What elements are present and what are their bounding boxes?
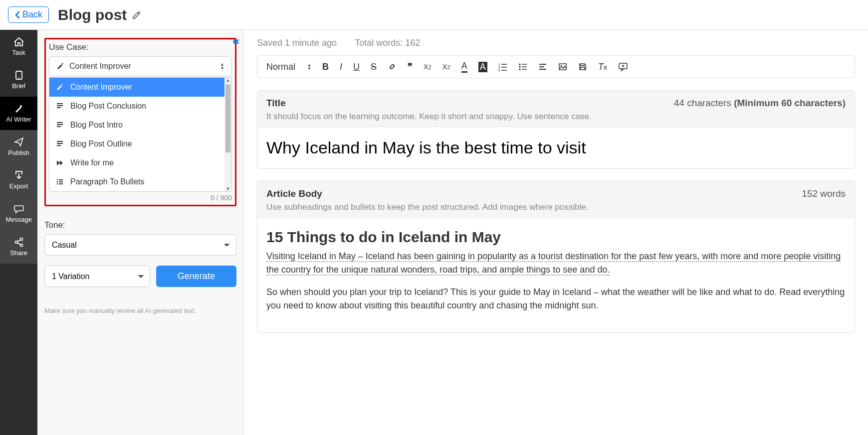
title-input[interactable] xyxy=(266,138,846,157)
use-case-option-paragraph-bullets[interactable]: Paragraph To Bullets xyxy=(49,172,225,191)
generate-button[interactable]: Generate xyxy=(156,266,236,287)
option-label: Paragraph To Bullets xyxy=(70,177,144,186)
home-icon xyxy=(13,37,24,47)
lines-icon xyxy=(56,122,64,129)
settings-panel: ‹‹‹ Use Case: Content Improver ▲▼ Conten… xyxy=(37,30,244,435)
title-char-count: 44 characters (Minimum 60 characters) xyxy=(674,98,846,109)
body-heading: Article Body xyxy=(266,188,322,199)
strikethrough-icon[interactable]: S xyxy=(371,62,377,72)
use-case-option-write-for-me[interactable]: Write for me xyxy=(49,153,225,172)
use-case-option-conclusion[interactable]: Blog Post Conclusion xyxy=(49,97,225,116)
saved-status: Saved 1 minute ago xyxy=(257,38,337,48)
text-color-icon[interactable]: A xyxy=(461,61,467,73)
use-case-dropdown: Content Improver Blog Post Conclusion Bl… xyxy=(49,77,232,192)
sidebar-label: Brief xyxy=(12,82,25,90)
use-case-option-outline[interactable]: Blog Post Outline xyxy=(49,135,225,153)
use-case-select[interactable]: Content Improver ▲▼ xyxy=(49,56,232,76)
svg-point-5 xyxy=(57,179,58,181)
align-icon[interactable] xyxy=(538,62,547,71)
lines-icon xyxy=(56,103,64,110)
sidebar-item-brief[interactable]: Brief xyxy=(0,63,37,97)
sidebar-item-export[interactable]: Export xyxy=(0,163,37,197)
sidebar-label: Export xyxy=(9,182,28,190)
forward-icon xyxy=(56,159,64,166)
title-hint: It should focus on the learning outcome.… xyxy=(266,112,846,122)
comment-icon[interactable] xyxy=(618,62,628,71)
wand-icon xyxy=(13,104,24,114)
wand-icon xyxy=(56,62,64,70)
dropdown-scrollbar[interactable]: ▲ ▼ xyxy=(224,78,231,191)
svg-point-7 xyxy=(57,183,58,185)
superscript-icon[interactable]: X2 xyxy=(442,63,450,71)
title-card: Title 44 characters (Minimum 60 characte… xyxy=(257,90,855,169)
svg-text:3: 3 xyxy=(498,69,500,71)
use-case-selected-text: Content Improver xyxy=(69,62,131,71)
unordered-list-icon[interactable] xyxy=(518,62,527,71)
option-label: Blog Post Outline xyxy=(70,140,132,148)
svg-point-13 xyxy=(519,69,520,70)
variation-select[interactable]: 1 Variation xyxy=(44,266,150,287)
image-icon[interactable] xyxy=(558,62,567,71)
lines-icon xyxy=(56,141,64,147)
list-icon xyxy=(56,178,64,185)
sidebar-label: Publish xyxy=(8,149,29,156)
total-words: Total words: 162 xyxy=(355,38,420,48)
article-body-editor[interactable]: 15 Things to do in Iceland in May Visiti… xyxy=(257,218,855,332)
use-case-label: Use Case: xyxy=(49,42,232,52)
highlight-icon[interactable]: A xyxy=(478,62,487,72)
back-button[interactable]: Back xyxy=(8,6,49,23)
sidebar-item-ai-writer[interactable]: AI Writer xyxy=(0,97,37,130)
title-heading: Title xyxy=(266,98,286,109)
font-style-select[interactable]: Normal ▲▼ xyxy=(266,62,311,72)
subscript-icon[interactable]: X2 xyxy=(424,63,432,71)
article-h2: 15 Things to do in Iceland in May xyxy=(266,229,846,246)
article-body-card: Article Body 152 words Use subheadings a… xyxy=(257,181,855,333)
chat-icon xyxy=(14,204,24,214)
edit-title-icon[interactable] xyxy=(132,10,142,20)
article-p2: So when should you plan your trip to Ice… xyxy=(266,286,846,312)
svg-point-12 xyxy=(519,66,520,68)
article-p1: Visiting Iceland in May – Iceland has be… xyxy=(266,251,841,276)
editor-area: Saved 1 minute ago Total words: 162 Norm… xyxy=(244,30,868,435)
svg-point-6 xyxy=(57,181,58,183)
sidebar-label: Task xyxy=(12,49,25,56)
underline-icon[interactable]: U xyxy=(353,62,360,72)
char-counter: 0 / 900 xyxy=(49,194,232,202)
clear-format-icon[interactable]: Tx xyxy=(598,62,608,72)
option-label: Blog Post Intro xyxy=(70,121,123,130)
wand-icon xyxy=(56,84,64,91)
body-hint: Use subheadings and bullets to keep the … xyxy=(266,202,846,212)
sidebar-item-task[interactable]: Task xyxy=(0,30,37,63)
top-bar: Back Blog post xyxy=(0,0,868,30)
bold-icon[interactable]: B xyxy=(322,62,329,72)
sidebar-label: Share xyxy=(10,249,27,257)
sidebar-label: AI Writer xyxy=(6,116,31,123)
sidebar-item-share[interactable]: Share xyxy=(0,230,37,264)
sidebar-item-publish[interactable]: Publish xyxy=(0,130,37,163)
sidebar-item-message[interactable]: Message xyxy=(0,197,37,230)
use-case-option-content-improver[interactable]: Content Improver xyxy=(49,78,225,97)
save-icon[interactable] xyxy=(578,62,587,71)
scrollbar-thumb[interactable] xyxy=(225,84,230,152)
quote-icon[interactable]: ❞ xyxy=(408,61,413,72)
send-icon xyxy=(14,137,24,147)
italic-icon[interactable]: I xyxy=(340,62,342,72)
page-title: Blog post xyxy=(58,6,127,23)
option-label: Write for me xyxy=(70,158,114,167)
option-label: Blog Post Conclusion xyxy=(70,102,146,111)
svg-point-1 xyxy=(18,77,19,78)
use-case-option-intro[interactable]: Blog Post Intro xyxy=(49,116,225,135)
editor-toolbar: Normal ▲▼ B I U S ❞ X2 X2 A A 123 Tx xyxy=(257,55,855,78)
tone-label: Tone: xyxy=(44,220,236,230)
sidebar-label: Message xyxy=(5,216,32,223)
collapse-panel-icon[interactable]: ‹‹‹ xyxy=(232,35,237,48)
ordered-list-icon[interactable]: 123 xyxy=(498,62,507,71)
svg-point-11 xyxy=(519,64,520,65)
tablet-icon xyxy=(14,70,24,80)
tone-select[interactable]: Casual xyxy=(44,234,236,256)
review-disclaimer: Make sure you manually review all AI gen… xyxy=(44,307,236,314)
link-icon[interactable] xyxy=(388,62,397,71)
option-label: Content Improver xyxy=(70,83,132,92)
left-sidebar: Task Brief AI Writer Publish Export Mess… xyxy=(0,30,37,435)
export-icon xyxy=(14,170,24,180)
